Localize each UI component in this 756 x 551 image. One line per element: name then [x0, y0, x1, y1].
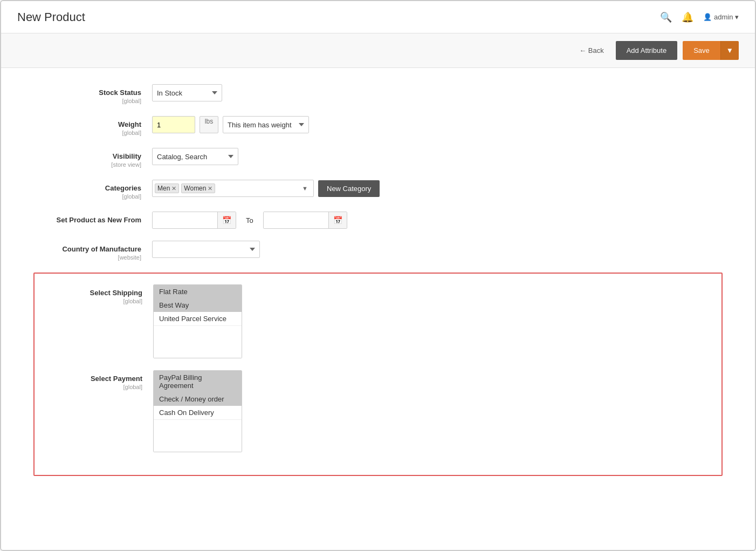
payment-option-cod[interactable]: Cash On Delivery: [154, 406, 242, 419]
visibility-label-wrapper: Visibility [store view]: [33, 148, 152, 168]
date-from-calendar-button[interactable]: 📅: [217, 212, 236, 228]
header-right: 🔍 🔔 👤 admin ▾: [660, 11, 739, 23]
red-section: Select Shipping [global] Flat Rate Best …: [33, 273, 723, 476]
stock-status-label-wrapper: Stock Status [global]: [33, 84, 152, 104]
date-to-calendar-button[interactable]: 📅: [328, 212, 347, 228]
select-payment-label-wrapper: Select Payment [global]: [35, 370, 153, 390]
payment-option-check[interactable]: Check / Money order: [154, 392, 242, 406]
payment-multi-select[interactable]: PayPal Billing Agreement Check / Money o…: [153, 370, 242, 452]
user-icon: 👤: [703, 13, 712, 21]
category-tag-men: Men ✕: [155, 183, 179, 193]
select-shipping-label-wrapper: Select Shipping [global]: [35, 284, 153, 304]
main-content: Stock Status [global] In Stock Out of St…: [1, 68, 755, 550]
stock-status-label: Stock Status: [33, 89, 141, 97]
weight-label-wrapper: Weight [global]: [33, 116, 152, 136]
page-wrapper: New Product 🔍 🔔 👤 admin ▾ ← Back Add Att…: [0, 0, 756, 551]
set-product-new-label: Set Product as New From: [33, 216, 141, 224]
admin-user-menu[interactable]: 👤 admin ▾: [703, 13, 739, 21]
save-button[interactable]: Save: [683, 41, 720, 60]
weight-field: lbs This item has weight This item has n…: [152, 116, 723, 133]
date-from-input[interactable]: [153, 212, 217, 228]
weight-scope: [global]: [33, 130, 141, 136]
categories-field: Men ✕ Women ✕ ▼ New Category: [152, 180, 723, 197]
visibility-select[interactable]: Not Visible Individually Catalog Search …: [152, 148, 238, 165]
select-shipping-scope: [global]: [35, 298, 142, 304]
weight-label: Weight: [33, 120, 141, 128]
date-to-input[interactable]: [264, 212, 328, 228]
select-payment-scope: [global]: [35, 384, 142, 390]
category-tag-women-close[interactable]: ✕: [208, 185, 212, 192]
visibility-scope: [store view]: [33, 161, 141, 168]
set-product-new-row: Set Product as New From 📅 To 📅: [33, 212, 723, 229]
category-tag-men-label: Men: [157, 185, 170, 192]
country-manufacture-scope: [website]: [33, 254, 141, 261]
new-category-button[interactable]: New Category: [318, 180, 380, 197]
country-manufacture-label: Country of Manufacture: [33, 245, 141, 253]
country-manufacture-field: United States China Germany: [152, 241, 723, 258]
set-product-new-field: 📅 To 📅: [152, 212, 723, 229]
stock-status-scope: [global]: [33, 98, 141, 104]
select-shipping-field: Flat Rate Best Way United Parcel Service: [153, 284, 721, 358]
weight-input[interactable]: [152, 116, 195, 133]
save-button-group: Save ▼: [683, 41, 739, 60]
categories-label-wrapper: Categories [global]: [33, 180, 152, 200]
payment-option-paypal[interactable]: PayPal Billing Agreement: [154, 371, 242, 392]
weight-has-weight-select[interactable]: This item has weight This item has no we…: [223, 116, 309, 133]
date-from-wrapper: 📅: [152, 212, 236, 229]
toolbar: ← Back Add Attribute Save ▼: [1, 33, 755, 68]
visibility-label: Visibility: [33, 152, 141, 160]
categories-input-wrapper[interactable]: Men ✕ Women ✕ ▼: [152, 180, 314, 197]
admin-user-label: admin ▾: [714, 13, 739, 21]
top-header: New Product 🔍 🔔 👤 admin ▾: [1, 1, 755, 33]
country-manufacture-select[interactable]: United States China Germany: [152, 241, 260, 258]
shipping-multi-select[interactable]: Flat Rate Best Way United Parcel Service: [153, 284, 242, 358]
save-dropdown-button[interactable]: ▼: [720, 41, 739, 60]
categories-scope: [global]: [33, 193, 141, 200]
add-attribute-button[interactable]: Add Attribute: [616, 41, 677, 60]
country-manufacture-label-wrapper: Country of Manufacture [website]: [33, 241, 152, 261]
select-payment-row: Select Payment [global] PayPal Billing A…: [35, 370, 721, 452]
categories-label: Categories: [33, 184, 141, 192]
shipping-option-best-way[interactable]: Best Way: [154, 298, 242, 312]
categories-row: Categories [global] Men ✕ Women ✕ ▼ New …: [33, 180, 723, 200]
date-to-label: To: [240, 216, 259, 225]
search-icon[interactable]: 🔍: [660, 11, 672, 23]
categories-dropdown-arrow[interactable]: ▼: [299, 184, 311, 193]
date-to-wrapper: 📅: [263, 212, 347, 229]
weight-unit-label: lbs: [200, 116, 218, 133]
notification-icon[interactable]: 🔔: [682, 11, 693, 23]
visibility-field: Not Visible Individually Catalog Search …: [152, 148, 723, 165]
stock-status-select[interactable]: In Stock Out of Stock: [152, 84, 222, 101]
category-tag-women-label: Women: [184, 185, 206, 192]
payment-options-list: PayPal Billing Agreement Check / Money o…: [154, 371, 242, 452]
set-product-new-label-wrapper: Set Product as New From: [33, 212, 152, 224]
shipping-option-flat-rate[interactable]: Flat Rate: [154, 285, 242, 298]
stock-status-field: In Stock Out of Stock: [152, 84, 723, 101]
category-tag-men-close[interactable]: ✕: [171, 185, 176, 192]
shipping-option-ups[interactable]: United Parcel Service: [154, 312, 242, 325]
category-tag-women: Women ✕: [181, 183, 215, 193]
country-manufacture-row: Country of Manufacture [website] United …: [33, 241, 723, 261]
back-button[interactable]: ← Back: [573, 42, 610, 59]
select-payment-label: Select Payment: [35, 375, 142, 383]
visibility-row: Visibility [store view] Not Visible Indi…: [33, 148, 723, 168]
shipping-options-list: Flat Rate Best Way United Parcel Service: [154, 285, 242, 358]
select-shipping-row: Select Shipping [global] Flat Rate Best …: [35, 284, 721, 358]
select-payment-field: PayPal Billing Agreement Check / Money o…: [153, 370, 721, 452]
shipping-empty-area: [154, 325, 242, 358]
payment-empty-area: [154, 419, 242, 452]
page-title: New Product: [17, 10, 85, 24]
stock-status-row: Stock Status [global] In Stock Out of St…: [33, 84, 723, 104]
select-shipping-label: Select Shipping: [35, 289, 142, 297]
weight-row: Weight [global] lbs This item has weight…: [33, 116, 723, 136]
